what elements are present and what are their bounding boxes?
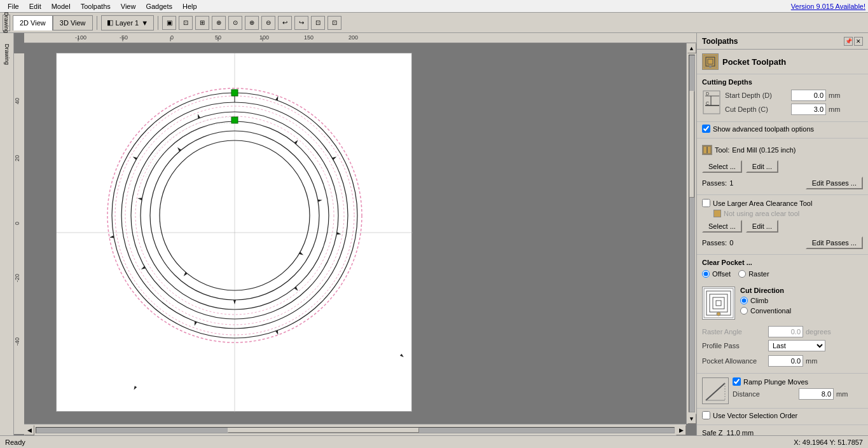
toolbar-icon-window1[interactable]: ⊡ xyxy=(311,16,325,30)
vscroll-track[interactable] xyxy=(689,55,695,412)
left-tool-panel: Drawing xyxy=(0,33,14,435)
svg-text:150: 150 xyxy=(304,34,313,41)
svg-text:-40: -40 xyxy=(14,337,20,346)
svg-text:D: D xyxy=(706,92,709,96)
hscrollbar[interactable]: ◀ ▶ xyxy=(24,424,686,435)
vector-selection-checkbox[interactable] xyxy=(702,411,710,419)
tool-edit-button[interactable]: Edit ... xyxy=(746,160,778,173)
vscrollbar[interactable]: ▲ ▼ xyxy=(686,43,696,424)
3d-view-button[interactable]: 3D View xyxy=(53,15,93,31)
menu-view[interactable]: View xyxy=(116,2,141,11)
menu-file[interactable]: File xyxy=(3,2,24,11)
pocket-allowance-input[interactable] xyxy=(768,355,803,367)
version-text[interactable]: Version 9.015 Available! xyxy=(791,3,865,10)
svg-text:20: 20 xyxy=(14,155,20,161)
advanced-checkbox-label: Show advanced toolpath options xyxy=(713,125,814,133)
svg-marker-50 xyxy=(318,199,323,202)
pocket-allowance-row: Pocket Allowance mm xyxy=(702,355,863,367)
larger-area-buttons: Select ... Edit ... xyxy=(702,220,863,233)
toolbar-icon-zoom-in[interactable]: ⊕ xyxy=(245,16,259,30)
hscroll-thumb[interactable] xyxy=(228,428,419,433)
tool-icon-svg xyxy=(703,146,712,154)
offset-radio-row: Offset xyxy=(702,270,731,278)
advanced-checkbox[interactable] xyxy=(702,125,710,133)
drawing-tab[interactable]: Drawing xyxy=(3,15,10,31)
larger-area-passes-row: Passes: 0 Edit Passes ... xyxy=(702,235,863,250)
cut-depth-input[interactable] xyxy=(791,104,826,115)
hscroll-left[interactable]: ◀ xyxy=(24,425,34,435)
profile-pass-select[interactable]: Last First None xyxy=(768,340,825,351)
tool-icon xyxy=(702,145,712,155)
climb-radio[interactable] xyxy=(740,297,748,304)
conventional-label: Conventional xyxy=(750,307,791,315)
pocket-allowance-unit: mm xyxy=(806,357,817,365)
svg-marker-36 xyxy=(133,386,137,390)
ramp-distance-unit: mm xyxy=(836,390,848,398)
toolbar-icon-redo[interactable]: ↪ xyxy=(294,16,308,30)
offset-radio[interactable] xyxy=(702,270,710,278)
handle-inner xyxy=(231,117,238,123)
pocket-preview-svg xyxy=(703,287,734,319)
conventional-radio[interactable] xyxy=(740,307,748,315)
panel-pin-button[interactable]: 📌 xyxy=(844,37,853,46)
vector-selection-label: Use Vector Selection Order xyxy=(713,412,797,419)
larger-area-select-button[interactable]: Select ... xyxy=(702,220,742,233)
larger-area-edit-button[interactable]: Edit ... xyxy=(746,220,778,233)
tool-select-button[interactable]: Select ... xyxy=(702,160,742,173)
toolbar-icon-zoom-out[interactable]: ⊖ xyxy=(261,16,275,30)
menu-edit[interactable]: Edit xyxy=(24,2,46,11)
panel-close-button[interactable]: ✕ xyxy=(854,37,863,46)
menu-gadgets[interactable]: Gadgets xyxy=(141,2,177,11)
2d-view-button[interactable]: 2D View xyxy=(13,15,53,31)
toolbar-icon-zoom-fit[interactable]: ⊙ xyxy=(228,16,242,30)
main-area: Drawing -100 -50 0 50 100 150 200 xyxy=(0,33,868,435)
toolbar-icon-select[interactable]: ▣ xyxy=(162,16,176,30)
edit-passes-button[interactable]: Edit Passes ... xyxy=(806,177,863,189)
vscroll-down[interactable]: ▼ xyxy=(687,414,696,424)
svg-marker-44 xyxy=(233,300,236,304)
raster-angle-input[interactable] xyxy=(768,326,803,337)
menu-model[interactable]: Model xyxy=(46,2,76,11)
menu-help[interactable]: Help xyxy=(177,2,202,11)
raster-angle-label: Raster Angle xyxy=(702,328,766,336)
tool-row: Tool: End Mill (0.125 inch) xyxy=(702,142,863,158)
depth-fields: Start Depth (D) mm Cut Depth (C) mm xyxy=(725,90,840,118)
svg-text:100: 100 xyxy=(259,34,269,41)
offset-label: Offset xyxy=(712,270,731,278)
vscroll-up[interactable]: ▲ xyxy=(687,43,696,53)
ruler-top: -100 -50 0 50 100 150 200 xyxy=(24,33,696,43)
toolbar-icon-snap[interactable]: ⊕ xyxy=(212,16,226,30)
menu-toolpaths[interactable]: Toolpaths xyxy=(76,2,116,11)
larger-area-edit-passes-button[interactable]: Edit Passes ... xyxy=(806,236,863,249)
svg-text:-50: -50 xyxy=(120,34,128,41)
start-depth-unit: mm xyxy=(829,92,840,99)
passes-label: Passes: xyxy=(702,179,727,187)
larger-area-checkbox[interactable] xyxy=(702,199,710,207)
ramp-checkbox[interactable] xyxy=(733,377,741,386)
larger-area-label: Use Larger Area Clearance Tool xyxy=(713,200,812,207)
raster-radio[interactable] xyxy=(738,270,746,278)
canvas-container[interactable]: -100 -50 0 50 100 150 200 40 xyxy=(14,33,696,435)
layer-button[interactable]: ◧ Layer 1 ▼ xyxy=(101,15,155,31)
hscroll-right[interactable]: ▶ xyxy=(676,425,686,435)
safez-section: Safe Z 11.0 mm Home Position X:0.00 Y:0.… xyxy=(697,425,868,435)
svg-marker-52 xyxy=(275,330,279,336)
drawing-viewport[interactable] xyxy=(24,43,686,424)
svg-text:200: 200 xyxy=(348,34,358,41)
hscroll-track[interactable] xyxy=(36,427,675,433)
clear-pocket-section: Clear Pocket ... Offset Raster xyxy=(697,255,868,374)
svg-point-61 xyxy=(709,65,712,68)
ramp-distance-input[interactable] xyxy=(799,388,834,400)
panel-close-buttons: 📌 ✕ xyxy=(844,37,863,46)
vscroll-thumb[interactable] xyxy=(689,91,694,198)
toolbar-icon-undo[interactable]: ↩ xyxy=(278,16,292,30)
toolbar-icon-grid[interactable]: ⊞ xyxy=(195,16,209,30)
toolbar-icon-window2[interactable]: ⊡ xyxy=(327,16,341,30)
toolbar-icon-node[interactable]: ⊡ xyxy=(179,16,193,30)
clear-method-row: Offset Raster xyxy=(702,270,863,280)
raster-angle-unit: degrees xyxy=(806,328,831,336)
start-depth-input[interactable] xyxy=(791,90,826,101)
layer-icon: ◧ xyxy=(107,18,113,27)
depth-diagram-icon: D C xyxy=(702,90,721,115)
cut-direction-box: Cut Direction Climb Conventional xyxy=(702,284,863,322)
